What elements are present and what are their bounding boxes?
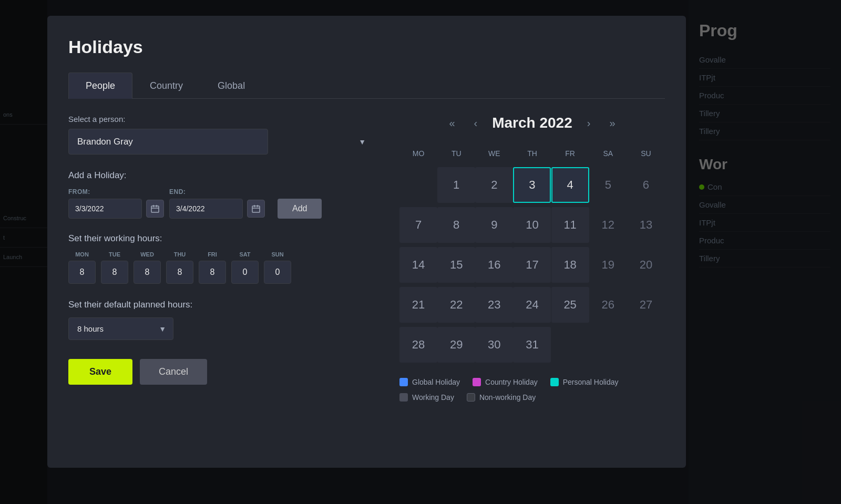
legend-label-country: Country Holiday — [485, 378, 538, 386]
calendar-day[interactable]: 11 — [551, 207, 589, 243]
legend-label-personal: Personal Holiday — [563, 378, 619, 386]
calendar-day[interactable]: 19 — [589, 247, 627, 283]
calendar-day[interactable]: 18 — [551, 247, 589, 283]
legend-label-global: Global Holiday — [412, 378, 460, 386]
calendar-day[interactable]: 9 — [475, 207, 513, 243]
legend-label-working: Working Day — [412, 393, 454, 402]
calendar-day[interactable]: 3 — [513, 167, 551, 203]
calendar-day[interactable]: 20 — [627, 247, 665, 283]
hours-tue: TUE — [101, 251, 128, 284]
calendar-cell: 23 — [475, 285, 513, 325]
calendar-cell: 27 — [627, 285, 665, 325]
next-month-button[interactable]: › — [583, 115, 595, 131]
calendar-table: MO TU WE TH FR SA SU 1234567891011121314… — [399, 145, 665, 365]
planned-hours-select[interactable]: 8 hours 4 hours 6 hours — [68, 317, 173, 340]
calendar-day[interactable]: 5 — [589, 167, 627, 203]
calendar-day[interactable]: 2 — [475, 167, 513, 203]
cancel-button[interactable]: Cancel — [140, 359, 207, 385]
calendar-day[interactable]: 1 — [437, 167, 475, 203]
calendar-day[interactable]: 27 — [627, 287, 665, 323]
left-panel: Select a person: Brandon Gray ▼ Add a Ho… — [68, 115, 373, 402]
prev-year-button[interactable]: « — [445, 115, 459, 131]
calendar-day[interactable]: 6 — [627, 167, 665, 203]
add-button[interactable]: Add — [278, 199, 322, 219]
calendar-cell: 13 — [627, 205, 665, 245]
end-calendar-icon[interactable] — [247, 200, 265, 218]
calendar-day[interactable]: 21 — [399, 287, 437, 323]
calendar-cell: 15 — [437, 245, 475, 285]
calendar-cell: 19 — [589, 245, 627, 285]
calendar-day[interactable]: 12 — [589, 207, 627, 243]
calendar-day[interactable]: 17 — [513, 247, 551, 283]
day-label-thu: THU — [174, 251, 186, 258]
calendar-cell: 22 — [437, 285, 475, 325]
calendar-cell: 28 — [399, 325, 437, 365]
legend-nonworking: Non-working Day — [467, 393, 536, 402]
tab-country[interactable]: Country — [132, 73, 200, 99]
legend-dot-personal — [550, 378, 559, 386]
hours-grid: MON TUE WED THU FRI — [68, 251, 373, 284]
hours-thu: THU — [166, 251, 193, 284]
calendar-day[interactable]: 13 — [627, 207, 665, 243]
hours-input-sat[interactable] — [231, 261, 259, 284]
calendar-panel: « ‹ March 2022 › » MO TU WE TH FR SA SU — [389, 115, 665, 402]
calendar-day[interactable]: 30 — [475, 327, 513, 363]
holidays-modal: Holidays People Country Global Select a … — [47, 16, 686, 468]
calendar-cell: 2 — [475, 165, 513, 205]
hours-input-thu[interactable] — [166, 261, 193, 284]
calendar-day[interactable]: 14 — [399, 247, 437, 283]
hours-input-tue[interactable] — [101, 261, 128, 284]
calendar-day-empty — [551, 327, 589, 363]
calendar-day[interactable]: 15 — [437, 247, 475, 283]
calendar-cell: 20 — [627, 245, 665, 285]
calendar-day[interactable]: 29 — [437, 327, 475, 363]
legend-global: Global Holiday — [399, 377, 460, 387]
day-label-tue: TUE — [109, 251, 120, 258]
from-calendar-icon[interactable] — [146, 200, 164, 218]
calendar-day[interactable]: 24 — [513, 287, 551, 323]
calendar-day[interactable]: 31 — [513, 327, 551, 363]
select-arrow-icon: ▼ — [358, 138, 366, 146]
legend-dot-global — [399, 378, 408, 386]
calendar-day[interactable]: 26 — [589, 287, 627, 323]
calendar-cell: 24 — [513, 285, 551, 325]
day-label-sun: SUN — [271, 251, 283, 258]
calendar-day[interactable]: 7 — [399, 207, 437, 243]
hours-input-wed[interactable] — [134, 261, 161, 284]
calendar-legend: Global Holiday Country Holiday Personal … — [399, 377, 665, 402]
calendar-day[interactable]: 4 — [551, 167, 589, 203]
next-year-button[interactable]: » — [605, 115, 619, 131]
calendar-day[interactable]: 25 — [551, 287, 589, 323]
tab-global[interactable]: Global — [200, 73, 262, 99]
calendar-day[interactable]: 23 — [475, 287, 513, 323]
calendar-day[interactable]: 10 — [513, 207, 551, 243]
end-input[interactable] — [169, 199, 243, 219]
hours-sat: SAT — [231, 251, 259, 284]
prev-month-button[interactable]: ‹ — [470, 115, 482, 131]
tab-people[interactable]: People — [68, 73, 132, 99]
day-label-sat: SAT — [239, 251, 250, 258]
calendar-cell: 17 — [513, 245, 551, 285]
hours-input-sun[interactable] — [264, 261, 291, 284]
save-button[interactable]: Save — [68, 359, 132, 385]
day-label-fri: FRI — [208, 251, 217, 258]
hours-input-fri[interactable] — [199, 261, 226, 284]
calendar-cell: 10 — [513, 205, 551, 245]
from-input[interactable] — [68, 199, 142, 219]
calendar-cell: 1 — [437, 165, 475, 205]
calendar-day[interactable]: 28 — [399, 327, 437, 363]
cal-header-th: TH — [513, 145, 551, 165]
cal-header-sa: SA — [589, 145, 627, 165]
calendar-cell: 14 — [399, 245, 437, 285]
legend-dot-nonworking — [467, 393, 475, 402]
calendar-day[interactable]: 8 — [437, 207, 475, 243]
end-label: END: — [169, 188, 265, 196]
calendar-day[interactable]: 16 — [475, 247, 513, 283]
calendar-day[interactable]: 22 — [437, 287, 475, 323]
person-select[interactable]: Brandon Gray — [68, 129, 268, 155]
calendar-cell: 8 — [437, 205, 475, 245]
end-group: END: — [169, 188, 265, 219]
add-holiday-label: Add a Holiday: — [68, 170, 373, 181]
hours-input-mon[interactable] — [68, 261, 96, 284]
calendar-cell: 16 — [475, 245, 513, 285]
